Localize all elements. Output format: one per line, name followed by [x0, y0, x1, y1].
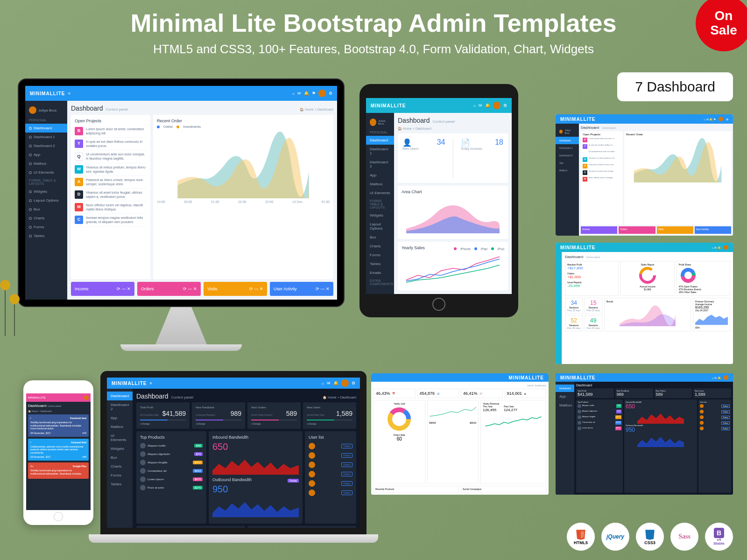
- gear-icon[interactable]: ⚙: [352, 381, 355, 385]
- product-item[interactable]: Consectetur ad$533: [140, 467, 203, 475]
- sidebar-item-ui[interactable]: UI Elements: [25, 168, 67, 177]
- user-item[interactable]: Follow: [309, 488, 352, 497]
- bell-icon[interactable]: 🔔: [304, 91, 309, 96]
- product-item[interactable]: Aliquam fringilla$472: [140, 458, 203, 467]
- sidebar-item[interactable]: Mailbox: [366, 180, 394, 189]
- sidebar-item-dashboard[interactable]: Dashboard: [366, 136, 394, 145]
- sidebar-item[interactable]: UI Elements: [366, 189, 394, 197]
- sidebar-item[interactable]: Box: [366, 233, 394, 242]
- ipad-mockup: MINIMALLITE ⌕ ✉ 🔔 ⚙ Juliya Brus PERSONAL…: [359, 84, 518, 317]
- search-icon[interactable]: ⌕: [322, 381, 324, 385]
- panel-title: Recent Order: [157, 119, 330, 123]
- breadcrumb[interactable]: 🏠 Home > Dashboard: [398, 127, 508, 131]
- product-item[interactable]: Proin at enim$275: [140, 483, 203, 492]
- project-item[interactable]: WVivamus sit metus pretium, tempus liber…: [75, 163, 147, 176]
- bootstrap-badge: Bv5Stable: [705, 523, 733, 551]
- sidebar-item[interactable]: Dashboard 2: [107, 400, 133, 413]
- user-item[interactable]: Follow: [309, 460, 352, 469]
- search-icon[interactable]: ⌕: [292, 91, 295, 96]
- mail-icon[interactable]: ✉: [327, 381, 331, 385]
- avatar[interactable]: [493, 102, 500, 109]
- avatar[interactable]: [84, 395, 89, 400]
- ipad-home-button[interactable]: [432, 298, 445, 311]
- sidebar-item[interactable]: Layout Options: [366, 220, 394, 233]
- search-icon[interactable]: ⌕: [473, 103, 476, 108]
- mail-icon[interactable]: ✉: [479, 103, 482, 108]
- feed-card[interactable]: fFacebook feedVisibility benchmark plug …: [28, 414, 89, 437]
- stat-tile[interactable]: User Activity⟳ — ✕: [270, 282, 333, 296]
- mail-icon[interactable]: ✉: [297, 91, 301, 96]
- bell-icon[interactable]: 🔔: [485, 103, 490, 108]
- project-item[interactable]: MNunc efficitur lorem vel dapibus, bland…: [75, 201, 147, 214]
- sidebar-item[interactable]: Forms: [366, 251, 394, 259]
- product-item[interactable]: Aliquam mollis$38: [140, 441, 203, 450]
- gear-icon[interactable]: ⚙: [503, 103, 507, 108]
- ipad-stats: 👤New Users 34 📄Today Invoices 18: [398, 133, 508, 183]
- flag-icon[interactable]: ⚑: [312, 91, 316, 96]
- product-item[interactable]: Lorem ipsum$675: [140, 475, 203, 483]
- feed-card[interactable]: fCarousel feedCollaboratively optimize c…: [28, 439, 89, 461]
- sidebar-item[interactable]: UI Elements: [107, 431, 133, 444]
- menu-toggle-icon[interactable]: ≡: [68, 91, 70, 96]
- user-item[interactable]: Follow: [309, 441, 352, 451]
- imac-mockup: MINIMALLITE ≡ ⌕ ✉ 🔔 ⚑ ⚙ Juliya Brus PERS…: [18, 78, 345, 351]
- user-item[interactable]: Follow: [309, 451, 352, 460]
- gear-icon[interactable]: ⚙: [329, 91, 332, 96]
- sidebar-item-label: Dashboard 2: [34, 144, 55, 148]
- sidebar-item-app[interactable]: App: [25, 150, 67, 159]
- sidebar-item[interactable]: Tables: [366, 259, 394, 268]
- sidebar-item[interactable]: Widgets: [107, 444, 133, 453]
- project-item[interactable]: APraesent ac libero ornare, tempus nunc …: [75, 176, 147, 189]
- sidebar-item[interactable]: Emails: [366, 268, 394, 277]
- stat-tile[interactable]: Visits⟳ — ✕: [204, 282, 267, 296]
- subtitle: HTML5 and CSS3, 100+ Features, Bootstrap…: [0, 42, 747, 56]
- avatar[interactable]: [318, 90, 326, 97]
- sidebar-item[interactable]: Tables: [107, 480, 133, 489]
- brand-logo[interactable]: MINIMALLITE: [28, 396, 46, 399]
- product-item[interactable]: Aliquam dignissim$74: [140, 450, 203, 458]
- bell-icon[interactable]: 🔔: [333, 381, 338, 385]
- stat-tile[interactable]: Orders⟳ — ✕: [137, 282, 201, 296]
- sidebar-item-dashboard[interactable]: Dashboard: [25, 124, 67, 133]
- sidebar-user[interactable]: Juliya Brus: [366, 116, 394, 129]
- project-item[interactable]: CAenean tempus magna vestibulum felis gr…: [75, 214, 147, 226]
- brand-logo[interactable]: MINIMALLITE: [30, 91, 65, 96]
- stat-tile[interactable]: Income⟳ — ✕: [71, 282, 134, 296]
- sidebar-item-widgets[interactable]: Widgets: [25, 187, 67, 196]
- brand-logo[interactable]: MINIMALLITE: [371, 103, 406, 108]
- feed-card[interactable]: G+Google PlusVisibility benchmark plug i…: [28, 462, 89, 479]
- sidebar-item-dashboard2[interactable]: Dashboard 2: [25, 141, 67, 150]
- today-badge: Today: [288, 479, 299, 483]
- sidebar-item[interactable]: Dashboard 1: [366, 145, 394, 158]
- project-item[interactable]: QUt condimentum ante non dolor volutpat,…: [75, 150, 147, 163]
- sidebar-item[interactable]: App: [366, 171, 394, 180]
- user-item[interactable]: Follow: [309, 469, 352, 479]
- sidebar-item-mailbox[interactable]: Mailbox: [25, 159, 67, 168]
- sidebar-item-label: Dashboard: [34, 126, 52, 130]
- project-item[interactable]: YIn quis ad est diam finibus commodo id …: [75, 138, 147, 150]
- sidebar-item[interactable]: Mailbox: [107, 422, 133, 431]
- sidebar-item[interactable]: Box: [107, 453, 133, 462]
- sidebar-item[interactable]: App: [107, 413, 133, 422]
- sidebar-item-dashboard1[interactable]: Dashboard 1: [25, 133, 67, 141]
- iphone-home-button[interactable]: [54, 512, 63, 521]
- sidebar-item[interactable]: Charts: [366, 242, 394, 251]
- breadcrumb[interactable]: 🏠 Home > Dashboard: [300, 108, 333, 112]
- sidebar-item[interactable]: Charts: [107, 462, 133, 471]
- brand-logo[interactable]: MINIMALLITE: [112, 381, 147, 386]
- avatar[interactable]: [341, 379, 349, 387]
- sidebar-item-dashboard[interactable]: Dashboard: [107, 392, 133, 400]
- sidebar-user[interactable]: Juliya Brus: [25, 104, 67, 117]
- sidebar-item-charts[interactable]: Charts: [25, 214, 67, 223]
- sidebar-item[interactable]: Forms: [107, 471, 133, 480]
- sidebar-item-box[interactable]: Box: [25, 205, 67, 214]
- topbar: MINIMALLITE ≡ ⌕ ✉ 🔔 ⚑ ⚙: [25, 86, 337, 101]
- sidebar-item[interactable]: Dashboard 2: [366, 158, 394, 171]
- sidebar-item[interactable]: Widgets: [366, 211, 394, 220]
- user-item[interactable]: Follow: [309, 479, 352, 488]
- project-item[interactable]: DVivamus sit amet tortor feugiat, ultric…: [75, 189, 147, 201]
- sidebar-item-layout[interactable]: Layout Options: [25, 196, 67, 205]
- sidebar-item-forms[interactable]: Forms: [25, 223, 67, 231]
- sidebar-item-tables[interactable]: Tables: [25, 231, 67, 240]
- project-item[interactable]: BLorem ipsum dolor sit amet, consectetur…: [75, 125, 147, 138]
